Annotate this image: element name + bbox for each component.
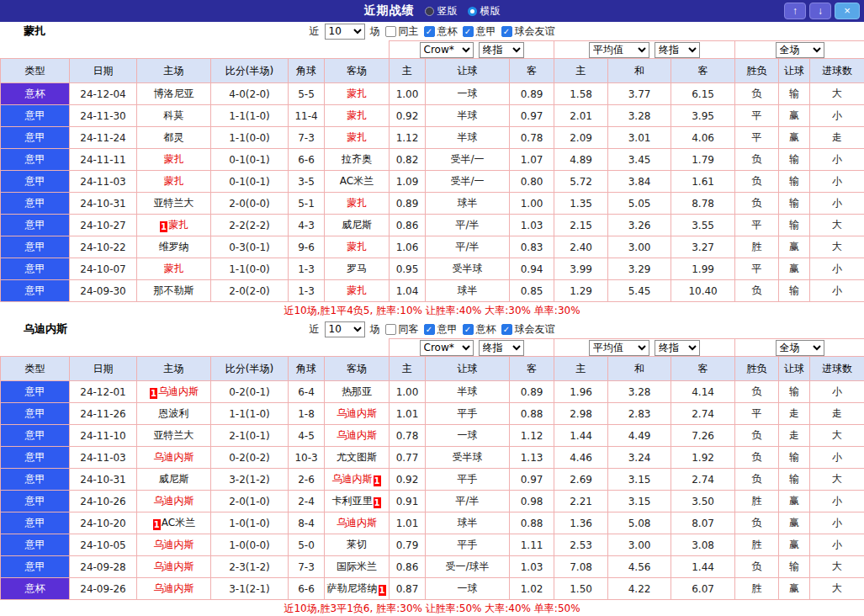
filter-checkbox[interactable]: ✓球会友谊 bbox=[501, 322, 555, 337]
handicap-result-cell: 赢 bbox=[779, 127, 810, 149]
corners-cell: 9-6 bbox=[289, 236, 325, 258]
filter-checkbox[interactable]: ✓意杯 bbox=[424, 24, 458, 39]
away-team-cell: AC米兰 bbox=[325, 171, 390, 193]
handicap-result-cell: 走 bbox=[779, 425, 810, 447]
team-name: 乌迪内斯 bbox=[154, 560, 194, 572]
scope-select[interactable]: 全场 bbox=[776, 42, 824, 58]
goals-result-cell: 小 bbox=[810, 149, 864, 171]
column-header: 类型 bbox=[1, 59, 70, 83]
euro-avg-select[interactable]: 平均值 bbox=[589, 42, 649, 58]
filter-checkbox[interactable]: ✓意甲 bbox=[424, 322, 458, 337]
result-cell: 负 bbox=[735, 425, 779, 447]
bookmaker-select[interactable]: Crow* bbox=[420, 340, 474, 356]
red-card-badge: 1 bbox=[160, 221, 167, 232]
asian-handicap: 平手 bbox=[426, 469, 510, 491]
score-cell: 2-0(1-0) bbox=[211, 491, 289, 512]
filter-checkbox[interactable]: 同主 bbox=[385, 24, 419, 39]
layout-radio-vertical[interactable]: 竖版 bbox=[425, 4, 458, 19]
euro-away-odds: 6.15 bbox=[671, 83, 735, 105]
goals-result-cell: 大 bbox=[810, 236, 864, 258]
euro-avg-select[interactable]: 平均值 bbox=[589, 340, 649, 356]
asian-away-odds: 0.89 bbox=[510, 381, 554, 403]
team-name: 都灵 bbox=[164, 131, 184, 143]
goals-result-cell: 小 bbox=[810, 381, 864, 403]
match-count-select[interactable]: 10 bbox=[325, 24, 365, 40]
column-header: 进球数 bbox=[810, 357, 864, 381]
filter-checkbox[interactable]: ✓意杯 bbox=[463, 322, 496, 337]
column-header: 比分(半场) bbox=[211, 357, 289, 381]
team-name: 蒙扎 bbox=[347, 88, 367, 99]
games-label: 场 bbox=[370, 24, 380, 39]
column-header: 和 bbox=[608, 357, 671, 381]
filter-checkbox[interactable]: ✓意甲 bbox=[463, 24, 496, 39]
checkbox-checked-icon: ✓ bbox=[424, 324, 435, 335]
match-row: 意甲24-12-011乌迪内斯0-2(0-1)6-4热那亚1.00半球0.891… bbox=[1, 381, 864, 403]
handicap-result-cell: 赢 bbox=[779, 534, 810, 556]
league-cell: 意甲 bbox=[1, 512, 70, 534]
filter-controls: 近10场同主✓意杯✓意甲✓球会友谊 bbox=[310, 24, 555, 40]
asian-home-odds: 1.01 bbox=[390, 512, 426, 534]
league-cell: 意甲 bbox=[1, 491, 70, 512]
scroll-up-button[interactable]: ↑ bbox=[784, 3, 806, 19]
match-row: 意甲24-09-28乌迪内斯2-3(1-2)7-3国际米兰0.86受一/球半1.… bbox=[1, 556, 864, 578]
table-header-row: 类型日期主场比分(半场)角球客场主让球客主和客胜负让球进球数 bbox=[1, 357, 864, 381]
euro-stat-select[interactable]: 终指 bbox=[655, 340, 700, 356]
record-rates: 胜率:30% 让胜率:50% 大率:40% 单率:50% bbox=[376, 602, 580, 616]
match-row: 意甲24-11-03乌迪内斯0-2(0-2)10-3尤文图斯0.77受半球1.1… bbox=[1, 447, 864, 469]
scope-select[interactable]: 全场 bbox=[776, 340, 824, 356]
bookmaker-stat-select[interactable]: 终指 bbox=[479, 42, 524, 58]
league-cell: 意甲 bbox=[1, 381, 70, 403]
euro-stat-select[interactable]: 终指 bbox=[655, 42, 700, 58]
layout-radio-horizontal[interactable]: 横版 bbox=[468, 4, 501, 19]
filter-checkbox[interactable]: ✓球会友谊 bbox=[501, 24, 555, 39]
goals-result-cell: 小 bbox=[810, 258, 864, 280]
column-header: 进球数 bbox=[810, 59, 864, 83]
euro-draw-odds: 3.84 bbox=[608, 171, 671, 193]
team-name: 乌迪内斯 bbox=[154, 539, 194, 550]
red-card-badge: 1 bbox=[379, 585, 386, 596]
match-count-select[interactable]: 10 bbox=[325, 321, 365, 337]
bookmaker-select[interactable]: Crow* bbox=[420, 42, 474, 58]
date-cell: 24-10-27 bbox=[70, 215, 137, 236]
asian-home-odds: 0.92 bbox=[390, 469, 426, 491]
team-name: 萨勒尼塔纳 bbox=[327, 582, 378, 594]
team-name: 博洛尼亚 bbox=[154, 88, 194, 99]
record-summary: 近10场,胜1平4负5,胜率:10% 让胜率:40% 大率:30% 单率:30% bbox=[0, 302, 864, 320]
corners-cell: 5-0 bbox=[289, 534, 325, 556]
column-header: 主 bbox=[390, 59, 426, 83]
date-cell: 24-10-26 bbox=[70, 491, 137, 512]
column-header: 日期 bbox=[70, 357, 137, 381]
score-cell: 3-2(1-2) bbox=[211, 469, 289, 491]
scroll-down-button[interactable]: ↓ bbox=[809, 3, 831, 19]
handicap-result-cell: 输 bbox=[779, 193, 810, 215]
result-cell: 负 bbox=[735, 171, 779, 193]
euro-draw-odds: 4.22 bbox=[608, 578, 671, 600]
asian-handicap: 一球 bbox=[426, 83, 510, 105]
close-button[interactable]: × bbox=[835, 3, 860, 19]
filter-checkbox[interactable]: 同客 bbox=[385, 322, 419, 337]
bookmaker-stat-select[interactable]: 终指 bbox=[479, 340, 524, 356]
corners-cell: 2-6 bbox=[289, 469, 325, 491]
asian-home-odds: 1.01 bbox=[390, 403, 426, 425]
asian-handicap: 球半 bbox=[426, 512, 510, 534]
euro-home-odds: 2.09 bbox=[554, 127, 608, 149]
league-cell: 意甲 bbox=[1, 447, 70, 469]
goals-result-cell: 大 bbox=[810, 215, 864, 236]
matches-table: Crow*终指平均值终指全场类型日期主场比分(半场)角球客场主让球客主和客胜负让… bbox=[0, 40, 864, 302]
asian-away-odds: 1.03 bbox=[510, 215, 554, 236]
asian-handicap: 平/半 bbox=[426, 215, 510, 236]
checkbox-label: 同客 bbox=[399, 322, 419, 337]
euro-home-odds: 3.99 bbox=[554, 258, 608, 280]
handicap-result-cell: 赢 bbox=[779, 258, 810, 280]
euro-away-odds: 3.55 bbox=[671, 215, 735, 236]
column-header: 胜负 bbox=[735, 357, 779, 381]
league-cell: 意杯 bbox=[1, 578, 70, 600]
match-row: 意甲24-09-30那不勒斯2-0(2-0)1-3蒙扎1.04球半0.851.2… bbox=[1, 280, 864, 302]
euro-draw-odds: 4.56 bbox=[608, 556, 671, 578]
home-team-cell: 乌迪内斯 bbox=[137, 447, 211, 469]
date-cell: 24-12-01 bbox=[70, 381, 137, 403]
asian-away-odds: 0.83 bbox=[510, 236, 554, 258]
away-team-cell: 萨勒尼塔纳1 bbox=[325, 578, 390, 600]
score-cell: 1-1(1-0) bbox=[211, 403, 289, 425]
home-team-cell: 1AC米兰 bbox=[137, 512, 211, 534]
